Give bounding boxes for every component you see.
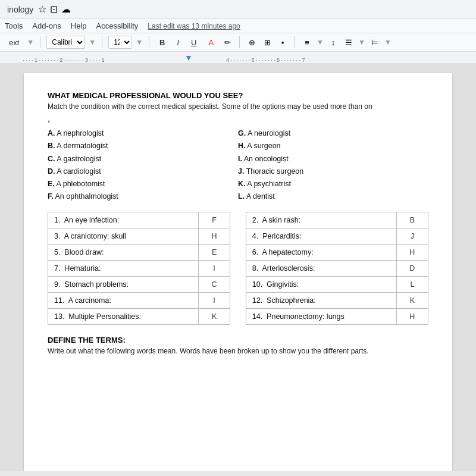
define-title: DEFINE THE TERMS: bbox=[48, 336, 428, 345]
question-cell-left-4: 9. Stomach problems: bbox=[48, 276, 199, 292]
question-cell-right-2: 6. A hepatectomy: bbox=[246, 244, 396, 260]
menu-tools[interactable]: Tools bbox=[5, 21, 23, 30]
line-spacing-icon[interactable]: ↕ bbox=[327, 36, 339, 48]
table-row: 7. Hematuria: I 8. Arteriosclerosis: D bbox=[48, 260, 428, 276]
table-row: 1. An eye infection: F 2. A skin rash: B bbox=[48, 212, 428, 228]
menu-accessibility[interactable]: Accessibility bbox=[96, 21, 139, 30]
spacer-2 bbox=[230, 244, 246, 260]
image-icon[interactable]: ▪ bbox=[277, 36, 289, 48]
answer-cell-right-3: D bbox=[396, 260, 428, 276]
options-col-left: A. A nephrologist B. A dermatologist C. … bbox=[48, 127, 238, 203]
answer-cell-right-2: H bbox=[396, 244, 428, 260]
define-subtitle: Write out what the following words mean.… bbox=[48, 347, 428, 355]
answer-cell-left-1: H bbox=[198, 228, 230, 244]
toolbar: ext ▼ Calibri ▼ 12 ▼ B I U A ✏ ⊕ ⊞ ▪ ≡ ▼… bbox=[0, 33, 476, 52]
document-area: WHAT MEDICAL PROFESSIONAL WOULD YOU SEE?… bbox=[0, 64, 476, 471]
spacer-1 bbox=[230, 228, 246, 244]
text-style-dropdown[interactable]: ext bbox=[5, 36, 23, 49]
last-edit-text: Last edit was 13 minutes ago bbox=[148, 22, 240, 30]
comment-icon[interactable]: ⊞ bbox=[261, 36, 273, 48]
answer-cell-left-2: E bbox=[198, 244, 230, 260]
table-row: 9. Stomach problems: C 10. Gingivitis: L bbox=[48, 276, 428, 292]
question-cell-right-0: 2. A skin rash: bbox=[246, 212, 396, 228]
option-g: G. A neurologist bbox=[238, 127, 428, 140]
indent-icon[interactable]: ⊨ bbox=[369, 36, 381, 48]
question-cell-right-3: 8. Arteriosclerosis: bbox=[246, 260, 396, 276]
options-col-right: G. A neurologist H. A surgeon I. An onco… bbox=[238, 127, 428, 203]
toolbar-divider-1 bbox=[40, 36, 40, 48]
answer-cell-right-0: B bbox=[396, 212, 428, 228]
table-row: 13. Multiple Personalities: K 14. Pneumo… bbox=[48, 308, 428, 324]
option-f: F. An ophthalmologist bbox=[48, 190, 238, 203]
menu-addons[interactable]: Add-ons bbox=[32, 21, 61, 30]
option-c: C. A gastrologist bbox=[48, 153, 238, 165]
list-icon[interactable]: ☰ bbox=[343, 36, 355, 48]
font-size-select[interactable]: 12 bbox=[108, 36, 132, 49]
option-e: E. A phlebotomist bbox=[48, 178, 238, 190]
box-icon[interactable]: ⊡ bbox=[50, 4, 58, 15]
answer-cell-left-5: I bbox=[198, 292, 230, 308]
doc-title: WHAT MEDICAL PROFESSIONAL WOULD YOU SEE? bbox=[48, 91, 428, 100]
italic-button[interactable]: I bbox=[173, 36, 183, 49]
page: WHAT MEDICAL PROFESSIONAL WOULD YOU SEE?… bbox=[24, 73, 452, 471]
option-k: K. A psychiatrist bbox=[238, 178, 428, 190]
title-text: inology bbox=[7, 5, 33, 14]
question-cell-left-0: 1. An eye infection: bbox=[48, 212, 199, 228]
table-row: 3. A craniotomy: skull H 4. Pericarditis… bbox=[48, 228, 428, 244]
answer-cell-right-4: L bbox=[396, 276, 428, 292]
table-row: 11. A carcinoma: I 12. Schizophrenia: K bbox=[48, 292, 428, 308]
table-row: 5. Blood draw: E 6. A hepatectomy: H bbox=[48, 244, 428, 260]
answer-cell-right-5: K bbox=[396, 292, 428, 308]
answer-cell-left-0: F bbox=[198, 212, 230, 228]
pencil-icon[interactable]: ✏ bbox=[221, 36, 233, 48]
spacer-6 bbox=[230, 308, 246, 324]
option-b: B. A dermatologist bbox=[48, 140, 238, 152]
font-color-button[interactable]: A bbox=[204, 36, 218, 49]
option-j: J. Thoracic surgeon bbox=[238, 165, 428, 178]
spacer-4 bbox=[230, 276, 246, 292]
question-cell-left-2: 5. Blood draw: bbox=[48, 244, 199, 260]
title-bar-icons: ☆ ⊡ ☁ bbox=[38, 4, 71, 15]
toolbar-divider-2 bbox=[102, 36, 102, 48]
ruler: · · · · 1 · · · · · · · 2 · · · · · · · … bbox=[0, 52, 476, 64]
bold-button[interactable]: B bbox=[155, 36, 169, 49]
option-h: H. A surgeon bbox=[238, 140, 428, 152]
asterisk-marker: * bbox=[48, 119, 428, 126]
spacer-0 bbox=[230, 212, 246, 228]
question-cell-right-4: 10. Gingivitis: bbox=[246, 276, 396, 292]
star-icon[interactable]: ☆ bbox=[38, 4, 46, 15]
options-container: A. A nephrologist B. A dermatologist C. … bbox=[48, 127, 428, 203]
menu-bar: Tools Add-ons Help Accessibility Last ed… bbox=[0, 19, 476, 33]
option-a: A. A nephrologist bbox=[48, 127, 238, 140]
toolbar-divider-5 bbox=[295, 36, 295, 48]
option-l: L. A dentist bbox=[238, 190, 428, 203]
question-cell-right-6: 14. Pneumonectomy: lungs bbox=[246, 308, 396, 324]
title-bar: inology ☆ ⊡ ☁ bbox=[0, 0, 476, 19]
ruler-inner: · · · · 1 · · · · · · · 2 · · · · · · · … bbox=[0, 52, 476, 63]
cloud-icon[interactable]: ☁ bbox=[61, 4, 71, 15]
font-family-select[interactable]: Calibri bbox=[46, 36, 85, 49]
ruler-tab-marker: ▼ bbox=[184, 53, 193, 62]
align-icon[interactable]: ≡ bbox=[301, 36, 313, 48]
doc-subtitle: Match the condition with the correct med… bbox=[48, 102, 428, 111]
option-d: D. A cardiologist bbox=[48, 165, 238, 178]
answer-cell-left-3: I bbox=[198, 260, 230, 276]
question-cell-right-1: 4. Pericarditis: bbox=[246, 228, 396, 244]
answer-cell-right-6: H bbox=[396, 308, 428, 324]
link-icon[interactable]: ⊕ bbox=[246, 36, 258, 48]
option-i: I. An oncologist bbox=[238, 153, 428, 165]
toolbar-divider-3 bbox=[149, 36, 149, 48]
question-cell-left-5: 11. A carcinoma: bbox=[48, 292, 199, 308]
menu-help[interactable]: Help bbox=[71, 21, 87, 30]
question-cell-left-6: 13. Multiple Personalities: bbox=[48, 308, 199, 324]
question-cell-left-1: 3. A craniotomy: skull bbox=[48, 228, 199, 244]
underline-button[interactable]: U bbox=[187, 36, 201, 49]
spacer-5 bbox=[230, 292, 246, 308]
toolbar-divider-4 bbox=[239, 36, 240, 48]
answer-cell-left-6: K bbox=[198, 308, 230, 324]
answer-cell-left-4: C bbox=[198, 276, 230, 292]
answer-table: 1. An eye infection: F 2. A skin rash: B… bbox=[48, 212, 428, 325]
question-cell-left-3: 7. Hematuria: bbox=[48, 260, 199, 276]
question-cell-right-5: 12. Schizophrenia: bbox=[246, 292, 396, 308]
answer-cell-right-1: J bbox=[396, 228, 428, 244]
